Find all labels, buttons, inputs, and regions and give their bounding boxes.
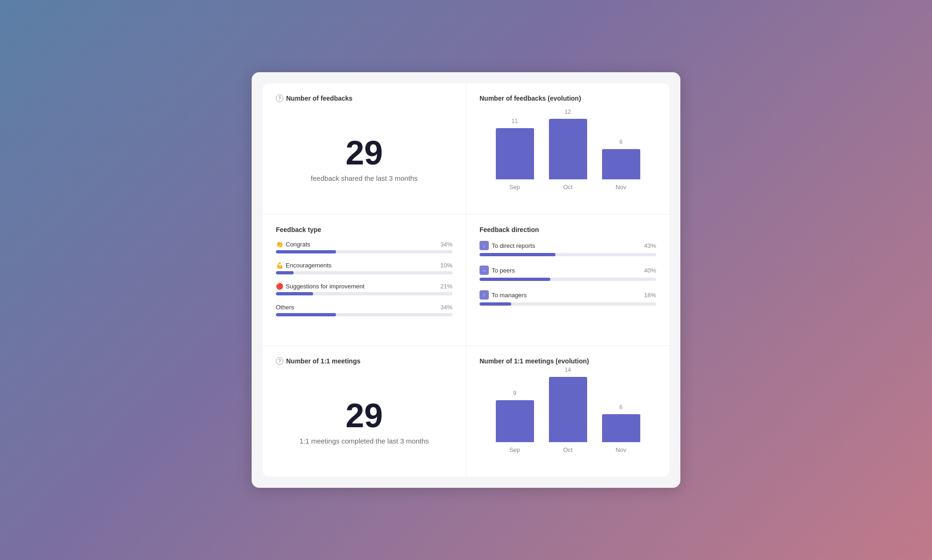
feedback-type-congrats-label: 👏 Congrats [276, 241, 310, 248]
feedbacks-count-title: ? Number of feedbacks [276, 95, 452, 102]
bar-value-sep-feedbacks: 11 [512, 118, 518, 124]
meetings-count-card: ? Number of 1:1 meetings 29 1:1 meetings… [263, 346, 466, 477]
direction-managers: ↑ To managers 18% [480, 290, 656, 306]
feedbacks-count-card: ? Number of feedbacks 29 feedback shared… [263, 83, 466, 214]
bar-value-oct-feedbacks: 12 [565, 109, 571, 115]
suggestions-emoji: 🔴 [276, 283, 283, 290]
bar-oct-feedbacks [549, 119, 587, 179]
bar-label-oct-meetings: Oct [563, 446, 572, 453]
feedback-direction-title: Feedback direction [480, 226, 656, 233]
help-icon-feedbacks[interactable]: ? [276, 95, 283, 102]
feedback-type-others-fill [276, 313, 336, 316]
feedback-direction-card: Feedback direction ↓ To direct reports 4… [466, 215, 669, 345]
feedbacks-evolution-title: Number of feedbacks (evolution) [480, 95, 656, 102]
direction-direct-reports-label: ↓ To direct reports [480, 241, 535, 250]
direction-peers-fill [480, 278, 550, 281]
feedback-type-suggestions-fill [276, 292, 313, 295]
bar-nov-meetings [602, 414, 640, 442]
direction-icon-right: → [480, 266, 489, 275]
bar-label-sep-meetings: Sep [509, 446, 520, 453]
feedback-type-encouragements-fill [276, 271, 294, 274]
direction-peers-label: → To peers [480, 266, 515, 275]
feedback-type-others-pct: 34% [440, 304, 452, 311]
feedbacks-big-number-section: 29 feedback shared the last 3 months [276, 109, 452, 199]
direction-icon-up: ↑ [480, 290, 489, 300]
feedback-type-encouragements-label: 💪 Encouragements [276, 262, 331, 269]
feedback-type-congrats: 👏 Congrats 34% [276, 241, 452, 253]
bar-oct-meetings [549, 377, 587, 442]
feedback-type-suggestions-pct: 21% [440, 283, 452, 290]
direction-direct-reports-pct: 43% [644, 242, 656, 249]
feedback-type-others-track [276, 313, 452, 316]
feedback-type-encouragements-track [276, 271, 452, 274]
direction-peers-track [480, 278, 656, 281]
bar-group-oct-meetings: 14 Oct [549, 367, 587, 442]
bar-sep-meetings [496, 400, 534, 442]
feedback-type-title: Feedback type [276, 226, 452, 233]
direction-direct-reports: ↓ To direct reports 43% [480, 241, 656, 256]
feedback-direction-list: ↓ To direct reports 43% → To peers 40% [480, 241, 656, 306]
meetings-evolution-title: Number of 1:1 meetings (evolution) [480, 357, 656, 365]
direction-peers-pct: 40% [644, 267, 656, 274]
feedback-type-congrats-pct: 34% [440, 241, 452, 248]
bar-group-oct-feedbacks: 12 Oct [549, 109, 587, 179]
bar-label-sep-feedbacks: Sep [509, 184, 520, 191]
feedback-type-suggestions: 🔴 Suggestions for improvement 21% [276, 283, 452, 295]
feedbacks-count: 29 [345, 136, 383, 170]
feedback-type-encouragements-pct: 10% [440, 262, 452, 269]
feedback-type-list: 👏 Congrats 34% 💪 Encouragements 10% [276, 241, 452, 316]
direction-managers-label: ↑ To managers [480, 290, 527, 300]
bar-sep-feedbacks [496, 128, 534, 179]
direction-peers: → To peers 40% [480, 266, 656, 281]
meetings-evolution-card: Number of 1:1 meetings (evolution) 9 Sep… [466, 346, 669, 477]
congrats-emoji: 👏 [276, 241, 283, 248]
meetings-subtitle: 1:1 meetings completed the last 3 months [300, 437, 429, 445]
bar-label-nov-meetings: Nov [616, 446, 626, 453]
feedback-type-others-label: Others [276, 304, 294, 311]
feedback-type-congrats-track [276, 250, 452, 253]
bar-value-oct-meetings: 14 [565, 367, 571, 373]
meetings-count-title: ? Number of 1:1 meetings [276, 357, 452, 365]
feedback-type-encouragements: 💪 Encouragements 10% [276, 262, 452, 274]
direction-icon-down: ↓ [480, 241, 489, 250]
dashboard: ? Number of feedbacks 29 feedback shared… [252, 72, 680, 488]
bar-value-sep-meetings: 9 [513, 390, 516, 396]
bar-value-nov-feedbacks: 6 [619, 139, 623, 145]
bar-nov-feedbacks [602, 149, 640, 179]
direction-direct-reports-track [480, 253, 656, 256]
direction-managers-fill [480, 302, 511, 306]
feedback-type-suggestions-track [276, 292, 452, 295]
encouragements-emoji: 💪 [276, 262, 283, 269]
feedbacks-evolution-card: Number of feedbacks (evolution) 11 Sep 1… [466, 83, 669, 214]
feedbacks-bar-chart: 11 Sep 12 Oct 6 Nov [480, 109, 656, 193]
help-icon-meetings[interactable]: ? [276, 357, 283, 365]
feedback-type-congrats-fill [276, 250, 336, 253]
bar-group-sep-feedbacks: 11 Sep [496, 118, 534, 179]
bar-value-nov-meetings: 6 [619, 404, 623, 410]
bar-label-oct-feedbacks: Oct [563, 184, 572, 191]
bar-group-sep-meetings: 9 Sep [496, 390, 534, 442]
meetings-count: 29 [345, 399, 383, 432]
direction-managers-pct: 18% [644, 292, 656, 299]
direction-managers-track [480, 302, 656, 306]
direction-direct-reports-fill [480, 253, 555, 256]
feedback-type-suggestions-label: 🔴 Suggestions for improvement [276, 283, 364, 290]
feedback-type-others: Others 34% [276, 304, 452, 316]
bar-label-nov-feedbacks: Nov [616, 184, 626, 191]
meetings-big-number-section: 29 1:1 meetings completed the last 3 mon… [276, 372, 452, 462]
bar-group-nov-feedbacks: 6 Nov [602, 139, 640, 179]
bar-group-nov-meetings: 6 Nov [602, 404, 640, 442]
feedback-type-card: Feedback type 👏 Congrats 34% 💪 [263, 215, 466, 345]
feedbacks-subtitle: feedback shared the last 3 months [311, 174, 418, 182]
meetings-bar-chart: 9 Sep 14 Oct 6 Nov [480, 372, 656, 456]
